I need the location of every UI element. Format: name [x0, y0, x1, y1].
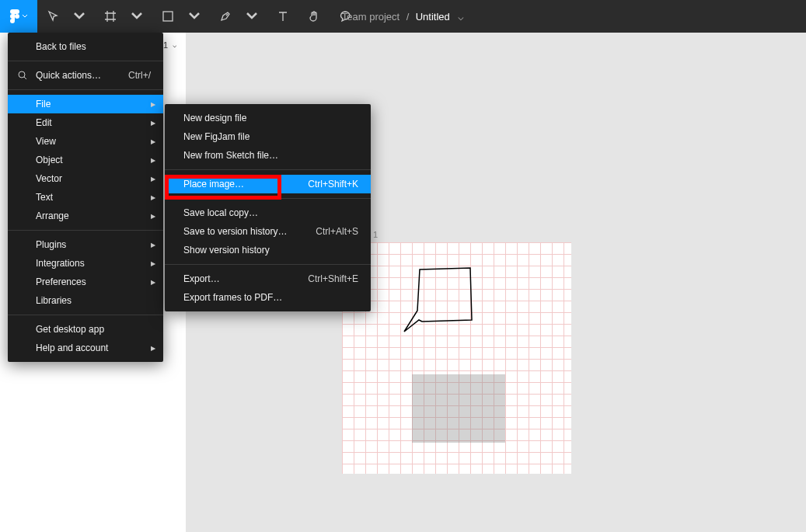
menu-help-account[interactable]: Help and account	[8, 339, 163, 357]
menu-file[interactable]: File	[8, 95, 163, 113]
svg-rect-1	[163, 12, 173, 21]
chevron-down-icon: ⌵	[173, 41, 176, 49]
page-indicator: 1	[163, 40, 168, 50]
svg-point-2	[19, 71, 25, 78]
frame-1[interactable]	[342, 242, 571, 474]
text-tool-icon	[277, 10, 289, 23]
file-name[interactable]: Untitled	[416, 11, 450, 23]
menu-new-design-file[interactable]: New design file	[165, 109, 371, 127]
menu-separator	[8, 61, 163, 61]
menu-view[interactable]: View	[8, 132, 163, 151]
chevron-down-icon	[131, 10, 143, 23]
main-menu-button[interactable]	[0, 0, 37, 33]
menu-save-version-history[interactable]: Save to version history…Ctrl+Alt+S	[165, 222, 371, 241]
menu-object[interactable]: Object	[8, 151, 163, 169]
menu-preferences[interactable]: Preferences	[8, 273, 163, 291]
frame-label[interactable]: 1	[373, 230, 378, 239]
pen-tool-icon	[219, 10, 232, 23]
menu-vector[interactable]: Vector	[8, 169, 163, 188]
svg-point-0	[15, 14, 19, 19]
chevron-down-icon	[22, 13, 28, 19]
menu-export[interactable]: Export…Ctrl+Shift+E	[165, 269, 371, 288]
menu-new-from-sketch[interactable]: New from Sketch file…	[165, 146, 371, 165]
chevron-down-icon	[73, 10, 85, 23]
chevron-down-icon	[246, 10, 258, 23]
app-root: Team project / Untitled ⌵ 1 ⌵ 1 Back to …	[0, 0, 806, 532]
main-menu: Back to files Quick actions…Ctrl+/ File …	[8, 33, 163, 362]
figma-logo-icon	[9, 9, 20, 24]
move-tool-icon	[47, 10, 59, 23]
menu-separator	[165, 264, 371, 265]
menu-integrations[interactable]: Integrations	[8, 254, 163, 273]
rectangle-tool-icon	[162, 10, 174, 23]
menu-separator	[165, 169, 371, 170]
chevron-down-icon[interactable]: ⌵	[458, 11, 464, 23]
menu-new-figjam-file[interactable]: New FigJam file	[165, 127, 371, 146]
menu-show-version-history[interactable]: Show version history	[165, 241, 371, 259]
comment-tool[interactable]	[330, 0, 361, 33]
menu-plugins[interactable]: Plugins	[8, 235, 163, 254]
menu-separator	[8, 230, 163, 231]
menu-save-local-copy[interactable]: Save local copy…	[165, 203, 371, 222]
pen-tool-chevron[interactable]	[236, 0, 267, 33]
hand-tool-icon	[308, 10, 320, 23]
file-submenu: New design file New FigJam file New from…	[165, 104, 371, 311]
menu-get-desktop-app[interactable]: Get desktop app	[8, 320, 163, 339]
top-toolbar: Team project / Untitled ⌵	[0, 0, 806, 33]
comment-tool-icon	[339, 10, 351, 23]
menu-quick-actions[interactable]: Quick actions…Ctrl+/	[8, 66, 163, 85]
gray-rectangle[interactable]	[412, 374, 505, 443]
menu-place-image[interactable]: Place image…Ctrl+Shift+K	[165, 175, 371, 193]
search-icon	[17, 70, 28, 81]
menu-edit[interactable]: Edit	[8, 113, 163, 132]
menu-separator	[165, 198, 371, 199]
chevron-down-icon	[188, 10, 201, 23]
menu-export-frames-pdf[interactable]: Export frames to PDF…	[165, 288, 371, 307]
frame-tool-chevron[interactable]	[121, 0, 152, 33]
menu-libraries[interactable]: Libraries	[8, 291, 163, 310]
frame-tool-icon	[104, 10, 117, 23]
title-separator: /	[406, 11, 410, 23]
menu-separator	[8, 315, 163, 315]
hand-tool[interactable]	[298, 0, 330, 33]
menu-arrange[interactable]: Arrange	[8, 207, 163, 225]
vector-speech-bubble[interactable]	[400, 266, 478, 343]
menu-text[interactable]: Text	[8, 188, 163, 207]
text-tool[interactable]	[267, 0, 298, 33]
menu-separator	[8, 89, 163, 90]
menu-back-to-files[interactable]: Back to files	[8, 37, 163, 56]
shape-tool-chevron[interactable]	[179, 0, 210, 33]
move-tool-chevron[interactable]	[64, 0, 95, 33]
